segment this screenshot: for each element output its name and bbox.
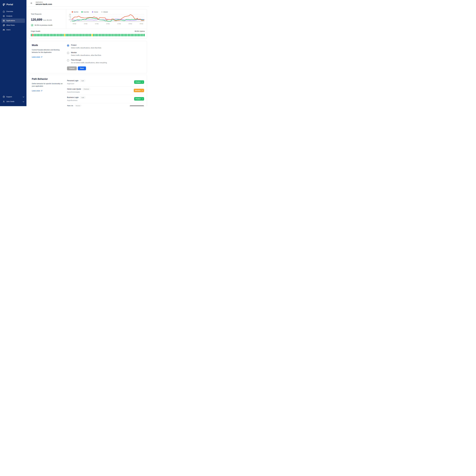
health-segment-green [126,34,127,36]
sidebar-item-support[interactable]: Support [1,95,25,99]
health-segment-green [95,34,96,36]
health-segment-green [115,34,116,36]
path-behavior-learn-more-link[interactable]: Learn more [32,90,42,92]
cancel-button[interactable]: Cancel [67,67,77,70]
page-title: secure-bank.com [36,3,52,5]
svg-text:30 Mar: 30 Mar [140,23,143,24]
svg-text:06 Mar: 06 Mar [73,23,76,24]
health-segment-green [79,34,80,36]
svg-text:14 Mar: 14 Mar [95,23,99,24]
health-segment-green [74,34,75,36]
path-row: Business Login Login /login/business Pro… [67,95,144,103]
health-segment-green [38,34,39,36]
health-segment-green [34,34,35,36]
trend-up-icon: ↗ [31,24,34,26]
sidebar-item-users[interactable]: Users [1,28,25,32]
back-arrow-icon[interactable] [30,1,33,5]
path-url: /login/user [67,83,85,85]
health-segment-green [93,34,94,36]
mode-learn-more-link[interactable]: Learn more [32,56,42,58]
path-action-label: Protect [136,81,141,83]
sidebar-item-overview[interactable]: Overview [1,9,25,14]
health-segment-green [125,34,126,36]
trend-text: 34.3% to previous month [34,24,52,26]
health-segment-green [42,34,43,36]
mode-option-pass-through[interactable]: Pass-through Do not detect traffic class… [67,59,144,64]
health-segment-green [132,34,133,36]
applications-icon [3,19,5,22]
brand: Portal [0,0,26,9]
health-segment-green [131,34,132,36]
path-name: Home Loan Quote [67,88,81,90]
path-type-badge: Login [80,80,85,82]
radio-icon[interactable] [67,52,69,54]
health-segment-green [47,34,48,36]
chevron-down-icon [23,96,24,97]
health-segment-green [136,34,137,36]
traffic-line-chart: 02.5k5k7.5k10k06 Mar10 Mar14 Mar18 Mar22… [68,13,145,25]
health-segment-green [82,34,83,36]
origin-health-section: Origin Health 99.9% Uptime [29,29,147,38]
path-name: Personal Login [67,80,78,82]
path-behavior-title: Path Behavior [32,78,67,80]
sidebar-item-label: John Smith [6,101,14,102]
legend-item-bad-bot: Bad Bot [72,11,78,13]
health-segment-green [85,34,85,36]
stat-title: Total Requests [31,13,64,15]
health-segment-green [45,34,46,36]
path-type-badge: Register [74,105,82,106]
analysis-icon [3,15,5,17]
mode-card: Mode Control Kasada detection and blocki… [29,41,147,73]
path-behavior-card: Path Behavior Define behavior for specif… [29,75,147,106]
sidebar-item-analysis[interactable]: Analysis [1,14,25,18]
chevron-down-icon [142,98,143,99]
sidebar-item-applications[interactable]: Applications [1,18,25,23]
sidebar-item-label: Analysis [6,15,12,17]
sidebar-item-allow-rules[interactable]: Allow Rules [1,23,25,27]
sidebar-item-label: Allow Rules [6,24,15,26]
path-name: Business Login [67,96,79,99]
health-segment-green [58,34,59,36]
health-segment-green [129,34,130,36]
main-panel: Applications secure-bank.com Total Reque… [26,0,149,106]
health-segment-green [39,34,40,36]
mode-option-protect[interactable]: Protect Detect traffic classifications, … [67,44,144,49]
legend-swatch [92,11,93,13]
health-segment-green [128,34,129,36]
svg-text:7.5k: 7.5k [69,16,71,17]
health-segment-green [110,34,111,36]
radio-icon[interactable] [67,44,69,47]
path-name: Sign Up [67,105,73,106]
sidebar-item-user[interactable]: John Smith [1,100,25,104]
path-type-badge: Login [80,96,85,99]
health-segment-green [134,34,135,36]
health-segment-green [106,34,107,36]
health-segment-green [103,34,104,36]
health-segment-green [83,34,84,36]
sidebar-nav: Overview Analysis Applications Allow Rul… [0,9,26,32]
path-url: /loans/home/apply [67,91,90,93]
path-action-dropdown-monitor[interactable]: Monitor [134,89,144,92]
radio-icon[interactable] [67,59,69,61]
overview-card: Total Requests 120,699 from 90,456 ↗ 34.… [29,9,147,38]
path-action-label: Protect [136,98,141,100]
path-action-dropdown-protect[interactable]: Protect [134,80,144,84]
health-segment-green [60,34,61,36]
page-header: Applications secure-bank.com [26,0,149,7]
health-segment-green [121,34,121,36]
health-segment-green [71,34,72,36]
path-action-dropdown-protect[interactable]: Protect [134,97,144,101]
path-url: /login/business [67,100,85,101]
kasada-portal-app: Portal Overview Analysis Applications Al… [0,0,149,106]
path-behavior-description: Define behavior for specific functionali… [32,83,63,87]
mode-option-description: Do not detect traffic classifications, a… [71,62,107,64]
health-segment-green [73,34,74,36]
health-segment-green [102,34,103,36]
chevron-down-icon [142,81,143,83]
health-segment-green [142,34,143,36]
path-action-dropdown-pass-through[interactable]: Pass-through [130,105,144,106]
health-segment-green [118,34,119,36]
save-button[interactable]: Save [78,67,86,70]
mode-option-monitor[interactable]: Monitor Detect traffic classifications, … [67,51,144,56]
health-segment-green [141,34,142,36]
